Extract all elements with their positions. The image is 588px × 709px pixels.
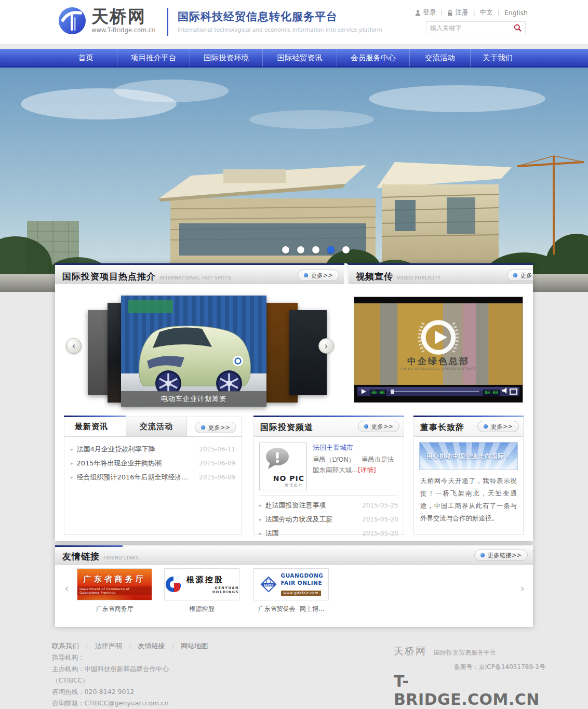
friend-link-ccpit[interactable]: CCPIT GUANGDONG FAIR ONLINE www.gdefair.… xyxy=(253,568,329,600)
carousel-next-button[interactable] xyxy=(318,338,334,354)
footer-link-friends[interactable]: 友情链接 xyxy=(138,641,165,651)
invest-list: ▸ 赴法国投资注意事项 2015-05-25 ▸ 法国劳动力状况及工薪 2015… xyxy=(259,495,398,540)
news-item-title: 法国4月企业贷款利率下降 xyxy=(77,445,196,454)
lang-chinese-link[interactable]: 中文 xyxy=(480,8,493,17)
hotspots-more-button[interactable]: 更多>> xyxy=(298,270,339,281)
video-more-button[interactable]: 更多>> xyxy=(507,270,533,281)
more-label: 更多>> xyxy=(208,424,230,432)
tab-activities[interactable]: 交流活动 xyxy=(126,417,187,436)
chairman-banner[interactable]: 用心协助中国企业走向国际！ xyxy=(419,442,518,470)
nav-item-invest-env[interactable]: 国际投资环境 xyxy=(190,49,262,66)
featured-detail-link[interactable]: [详情] xyxy=(358,466,376,474)
carousel-prev-button[interactable] xyxy=(66,338,82,354)
news-item-date: 2015-06-11 xyxy=(199,446,235,453)
news-tab-bar: 最新资讯 交流活动 更多>> xyxy=(64,417,242,437)
chairman-more-button[interactable]: 更多>> xyxy=(477,421,519,432)
register-link[interactable]: 注册 xyxy=(447,8,468,17)
hotspots-subtitle: INTERNATIONAL HOT SPOTS xyxy=(159,275,231,280)
separator: | xyxy=(473,9,475,17)
footer-link-legal[interactable]: 法律声明 xyxy=(95,641,122,651)
friend-links-more-button[interactable]: 更多链接>> xyxy=(474,550,528,561)
news-item-date: 2015-06-09 xyxy=(199,474,235,481)
more-label: 更多链接>> xyxy=(488,552,522,559)
nav-item-member-center[interactable]: 会员服务中心 xyxy=(337,49,409,66)
nav-item-home[interactable]: 首页 xyxy=(55,49,117,66)
invest-channel-header: 国际投资频道 更多>> xyxy=(254,417,404,437)
footer-guide-line: 指导机构： xyxy=(52,653,208,662)
electric-car-image xyxy=(127,314,258,392)
hero-banner xyxy=(0,68,588,292)
hero-dot-3[interactable] xyxy=(312,246,319,253)
hero-building-photo xyxy=(0,68,588,292)
invest-item-date: 2015-05-20 xyxy=(362,530,398,537)
main-nav: 首页 项目推介平台 国际投资环境 国际经贸资讯 会员服务中心 交流活动 关于我们 xyxy=(0,49,588,68)
host-value2: （CTIBCC） xyxy=(52,676,89,685)
pill-dot-icon xyxy=(201,425,205,430)
separator: | xyxy=(440,9,443,17)
email-value[interactable]: CTIBCC@genyuan.com.cn xyxy=(85,699,169,708)
search-input[interactable] xyxy=(430,24,514,32)
video-title: 视频宣传 xyxy=(356,271,393,283)
nopic-caption: 暂无图片 xyxy=(260,483,303,488)
nav-item-trade-news[interactable]: 国际经贸资讯 xyxy=(262,49,337,66)
news-item[interactable]: ▸ 法国4月企业贷款利率下降 2015-06-11 xyxy=(71,442,235,456)
footer-icp: 备案号：京ICP备14051789-1号 xyxy=(394,663,545,672)
lang-english-link[interactable]: English xyxy=(504,9,528,17)
site-logo[interactable]: 天桥网 www.T-Bridge.com.cn xyxy=(58,7,156,35)
bullet-arrow-icon: ▸ xyxy=(71,475,73,480)
news-item[interactable]: ▸ 经合组织预计2016年后期全球经济... 2015-06-09 xyxy=(71,470,235,484)
friend-link-gdcom[interactable]: 广东省商务厅 Department of Commerce of Guangdo… xyxy=(77,568,152,600)
main-content-panel: 国际投资项目热点推介 INTERNATIONAL HOT SPOTS 更多>> … xyxy=(55,263,533,541)
ccpit-badge-icon: CCPIT xyxy=(259,575,278,594)
hero-dot-2[interactable] xyxy=(297,246,304,253)
video-subtitle: VIDEO PUBLICITY xyxy=(397,275,441,280)
invest-item[interactable]: ▸ 法国 2015-05-20 xyxy=(259,526,398,540)
video-overlay-subtitle: CHINA ECOLOGICAL OFFICE DISTRICT xyxy=(354,367,523,370)
footer-host-line2: （CTIBCC） xyxy=(52,676,208,685)
nav-item-about[interactable]: 关于我们 xyxy=(470,49,525,66)
header-divider-strip xyxy=(0,44,588,49)
footer-brand: 天桥网 国际投资贸易服务平台 xyxy=(394,645,545,658)
speech-bubble-icon xyxy=(264,445,291,472)
carousel-slide-center[interactable]: 电动车企业计划筹资 xyxy=(121,296,266,407)
featured-link-title[interactable]: 法国主要城市 xyxy=(313,443,398,453)
hero-dot-4-active[interactable] xyxy=(327,246,335,253)
carousel-slide-far-right[interactable] xyxy=(289,310,327,395)
separator: ｜ xyxy=(84,641,90,651)
invest-item[interactable]: ▸ 法国劳动力状况及工薪 2015-05-20 xyxy=(259,512,398,526)
footer-right: 天桥网 国际投资贸易服务平台 备案号：京ICP备14051789-1号 T-BR… xyxy=(394,645,545,709)
friend-link-caption[interactable]: 广东省商务厅 xyxy=(77,605,152,613)
tab-latest-news[interactable]: 最新资讯 xyxy=(64,417,126,436)
login-link[interactable]: 登录 xyxy=(415,8,436,17)
nav-item-projects[interactable]: 项目推介平台 xyxy=(117,49,190,66)
friend-link-genyuan[interactable]: 根源控股 GENYUAN HOLDINGS xyxy=(164,568,239,600)
latest-news-box: 最新资讯 交流活动 更多>> ▸ 法国4月企业贷款利率下降 2015-06-11… xyxy=(64,417,242,535)
friend-links-prev-button[interactable] xyxy=(64,583,69,594)
search-icon[interactable] xyxy=(514,24,522,32)
friend-link-caption[interactable]: 根源控股 xyxy=(164,605,239,613)
invest-featured-item[interactable]: NO PIC 暂无图片 法国主要城市 里昂（LYON） 里昂市是法国东南部大城.… xyxy=(254,437,404,495)
friend-link-caption[interactable]: 广东省贸促会--网上博... xyxy=(253,605,329,613)
featured-info: 法国主要城市 里昂（LYON） 里昂市是法国东南部大城...[详情] xyxy=(313,443,398,490)
video-player[interactable]: 中企绿色总部 CHINA ECOLOGICAL OFFICE DISTRICT … xyxy=(354,297,523,403)
news-item[interactable]: ▸ 2015年将出现企业并购热潮 2015-06-09 xyxy=(71,456,235,470)
hero-dot-1[interactable] xyxy=(282,246,289,253)
more-label: 更多>> xyxy=(491,423,513,431)
friend-links-next-button[interactable] xyxy=(520,583,525,594)
genyuan-mark-icon xyxy=(165,576,182,593)
carousel-slide-caption: 电动车企业计划筹资 xyxy=(121,391,266,407)
chairman-message: 天桥网今天开通了，我特表示祝贺！一桥飞架南北，天堑变通途，中国工商界从此有了一条… xyxy=(414,470,523,525)
video-time-total: 00:00 xyxy=(483,390,500,396)
news-more-button[interactable]: 更多>> xyxy=(195,422,236,433)
hero-dot-5[interactable] xyxy=(342,246,350,253)
site-slogan: 国际科技经贸信息转化服务平台 International technologic… xyxy=(167,8,382,36)
nopic-label: NO PIC xyxy=(260,474,304,483)
footer-link-sitemap[interactable]: 网站地图 xyxy=(181,641,208,651)
nav-item-activities[interactable]: 交流活动 xyxy=(409,49,470,66)
footer-link-contact[interactable]: 联系我们 xyxy=(52,641,79,651)
invest-channel-more-button[interactable]: 更多>> xyxy=(358,421,399,432)
gdcom-logo-title: 广东省商务厅 xyxy=(84,574,146,584)
video-section-header: 视频宣传 VIDEO PUBLICITY 更多>> xyxy=(346,263,533,284)
invest-item[interactable]: ▸ 赴法国投资注意事项 2015-05-25 xyxy=(259,498,398,512)
register-label: 注册 xyxy=(455,8,468,17)
